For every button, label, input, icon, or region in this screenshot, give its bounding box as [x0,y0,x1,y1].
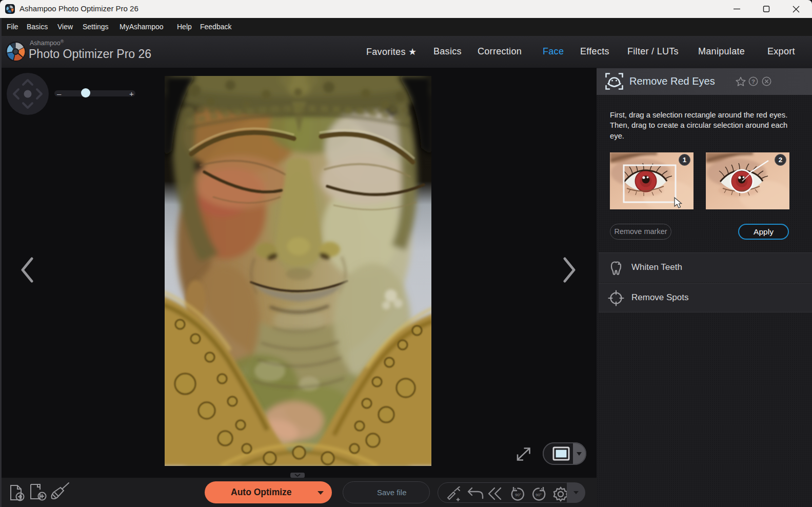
svg-text:?: ? [751,79,755,85]
svg-text:90°: 90° [536,493,542,497]
svg-text:90°: 90° [515,493,521,497]
